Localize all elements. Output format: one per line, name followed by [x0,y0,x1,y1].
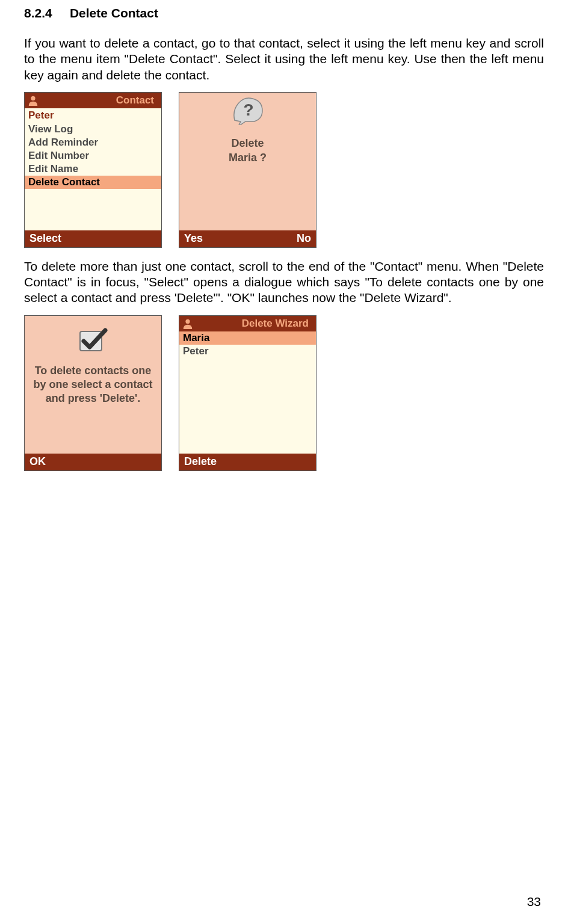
paragraph-1: If you want to delete a contact, go to t… [24,35,544,83]
phone-screen-contact-menu: Contact Peter View Log Add Reminder Edit… [24,92,162,248]
title-text: Delete Wizard [196,318,311,330]
menu-item[interactable]: Add Reminder [25,136,161,149]
section-number: 8.2.4 [24,6,52,20]
title-text: Contact [42,94,156,106]
paragraph-2: To delete more than just one contact, sc… [24,259,544,306]
list-item[interactable]: Peter [179,345,316,358]
softkey-bar: Yes No [179,230,316,247]
list-item-selected[interactable]: Maria [179,331,316,345]
phone-screen-info-dialog: To delete contacts one by one select a c… [24,315,162,471]
svg-point-3 [185,319,190,323]
check-icon [79,328,108,353]
svg-point-0 [31,96,35,100]
softkey-left[interactable]: Delete [184,455,217,468]
section-heading: 8.2.4 Delete Contact [24,6,544,20]
wizard-list: Maria Peter [179,331,316,454]
dialog-body: ? Delete Maria ? [179,93,316,230]
svg-text:?: ? [243,100,253,119]
menu-list: Peter View Log Add Reminder Edit Number … [25,108,161,230]
screenshot-row-2: To delete contacts one by one select a c… [24,315,544,471]
question-icon: ? [232,96,264,125]
softkey-left[interactable]: OK [29,455,46,468]
dialog-body: To delete contacts one by one select a c… [25,316,161,454]
menu-item[interactable]: Edit Number [25,149,161,162]
titlebar: Contact [25,93,161,108]
person-icon [182,318,194,330]
softkey-bar: OK [25,454,161,470]
info-text: To delete contacts one by one select a c… [25,364,161,406]
softkey-bar: Delete [179,454,316,470]
softkey-bar: Select [25,230,161,247]
phone-screen-delete-confirm: ? Delete Maria ? Yes No [179,92,316,248]
screenshot-row-1: Contact Peter View Log Add Reminder Edit… [24,92,544,248]
softkey-left[interactable]: Select [29,232,61,245]
softkey-right[interactable]: No [297,232,311,245]
menu-item[interactable]: View Log [25,123,161,136]
menu-item[interactable]: Edit Name [25,162,161,176]
person-icon [27,94,39,106]
titlebar: Delete Wizard [179,316,316,331]
softkey-left[interactable]: Yes [184,232,203,245]
phone-screen-delete-wizard: Delete Wizard Maria Peter Delete [179,315,316,471]
section-title: Delete Contact [70,6,158,20]
dialog-text: Delete Maria ? [229,136,267,165]
menu-item-selected[interactable]: Delete Contact [25,176,161,189]
contact-name: Peter [25,108,161,123]
page-number: 33 [527,895,541,909]
